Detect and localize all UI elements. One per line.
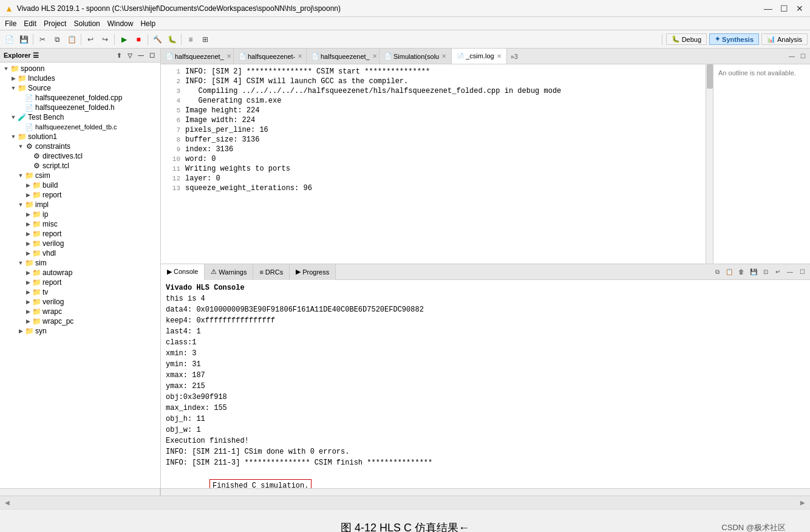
log-scrollbar[interactable]: [706, 64, 713, 264]
tab-close-5[interactable]: ✕: [497, 53, 502, 60]
toolbar-copy[interactable]: ⧉: [50, 33, 64, 46]
menu-file[interactable]: File: [5, 19, 16, 28]
console-clear-icon[interactable]: 🗑: [736, 267, 747, 278]
toolbar-cut[interactable]: ✂: [36, 33, 49, 46]
toolbar-stop[interactable]: ■: [132, 33, 145, 46]
tree-item-csim-report[interactable]: ▶ 📁 report: [0, 190, 160, 200]
log-content[interactable]: 1 INFO: [SIM 2] *************** CSIM sta…: [161, 64, 706, 264]
console-wrap-icon[interactable]: ↵: [772, 267, 783, 278]
tab-max-icon[interactable]: ☐: [798, 52, 808, 61]
toolbar-save[interactable]: 💾: [17, 33, 30, 46]
tab-halfsqueeze1[interactable]: 📄 halfsqueezenet_ ✕: [161, 49, 234, 64]
toolbar-run[interactable]: ▶: [117, 33, 131, 46]
tree-item-impl-report[interactable]: ▶ 📁 report: [0, 229, 160, 239]
explorer-tree: ▼ 📁 spoonn ▶ 📁 Includes ▼ 📁 Source: [0, 63, 160, 488]
menu-edit[interactable]: Edit: [24, 19, 36, 28]
explorer-scroll-h[interactable]: [0, 488, 160, 496]
tree-item-wrapc-pc[interactable]: ▶ 📁 wrapc_pc: [0, 316, 160, 326]
toolbar-sim[interactable]: ≡: [184, 33, 197, 46]
tree-item-autowrap[interactable]: ▶ 📁 autowrap: [0, 268, 160, 278]
console-tab-progress[interactable]: ▶ Progress: [290, 264, 336, 280]
synthesis-button[interactable]: ✦ Synthesis: [709, 33, 759, 45]
tree-item-tv[interactable]: ▶ 📁 tv: [0, 287, 160, 297]
menu-help[interactable]: Help: [140, 19, 155, 28]
tree-item-tb[interactable]: 📄 halfsqueezenet_folded_tb.c: [0, 122, 160, 132]
minimize-button[interactable]: —: [763, 3, 774, 14]
toolbar-debug[interactable]: 🐛: [165, 33, 179, 46]
toolbar-build[interactable]: 🔨: [151, 33, 164, 46]
folder-icon-autowrap: 📁: [32, 268, 41, 277]
tree-label-csim: csim: [35, 171, 50, 180]
console-min-icon[interactable]: —: [784, 267, 795, 278]
console-tab-drcs[interactable]: ≡ DRCs: [253, 264, 290, 280]
menu-window[interactable]: Window: [107, 19, 134, 28]
console-save-icon[interactable]: 💾: [748, 267, 759, 278]
toolbar-paste[interactable]: 📋: [65, 33, 78, 46]
tree-item-sim-verilog[interactable]: ▶ 📁 verilog: [0, 297, 160, 307]
tab-min-icon[interactable]: —: [787, 52, 797, 61]
tree-item-syn[interactable]: ▶ 📁 syn: [0, 326, 160, 336]
tab-close-1[interactable]: ✕: [226, 53, 231, 60]
tab-halfsqueeze2[interactable]: 📄 halfsqueezenet- ✕: [234, 49, 307, 64]
tree-item-testbench[interactable]: ▼ 🧪 Test Bench: [0, 112, 160, 122]
menu-solution[interactable]: Solution: [73, 19, 100, 28]
tab-close-2[interactable]: ✕: [298, 53, 302, 60]
tree-item-impl[interactable]: ▼ 📁 impl: [0, 200, 160, 210]
console-filter-icon[interactable]: ⊡: [760, 267, 771, 278]
tree-item-script[interactable]: ⚙ script.tcl: [0, 161, 160, 171]
tree-label-csim-report: report: [43, 191, 61, 199]
tree-item-sim-report[interactable]: ▶ 📁 report: [0, 278, 160, 287]
menu-project[interactable]: Project: [44, 19, 66, 28]
tree-item-source[interactable]: ▼ 📁 Source: [0, 83, 160, 93]
analysis-button[interactable]: 📊 Analysis: [761, 33, 808, 45]
tree-item-sim[interactable]: ▼ 📁 sim: [0, 258, 160, 268]
explorer-min-icon[interactable]: —: [136, 50, 146, 60]
console-tab-warnings[interactable]: ⚠ Warnings: [205, 264, 253, 280]
tree-arrow-solution1: ▼: [10, 134, 17, 140]
tree-item-wrapc[interactable]: ▶ 📁 wrapc: [0, 307, 160, 316]
tree-item-verilog[interactable]: ▶ 📁 verilog: [0, 239, 160, 248]
tree-arrow-syn: ▶: [17, 328, 24, 334]
toolbar-redo[interactable]: ↪: [98, 33, 112, 46]
maximize-button[interactable]: ☐: [778, 3, 789, 14]
editor-scroll-h[interactable]: [161, 488, 810, 496]
tab-simulation[interactable]: 📄 Simulation(solu ✕: [379, 49, 452, 64]
tree-item-csim[interactable]: ▼ 📁 csim: [0, 171, 160, 180]
toolbar-undo[interactable]: ↩: [84, 33, 97, 46]
console-paste-icon[interactable]: 📋: [724, 267, 735, 278]
tree-item-cpp[interactable]: 📄 halfsqueezenet_folded.cpp: [0, 93, 160, 103]
finished-box: Finished C simulation.: [209, 479, 311, 488]
tab-csim-log[interactable]: 📄 _csim.log ✕: [452, 49, 506, 64]
file-icon-tb: 📄: [24, 123, 34, 131]
tree-item-misc[interactable]: ▶ 📁 misc: [0, 219, 160, 229]
explorer-collapse-icon[interactable]: ⬆: [114, 50, 124, 60]
explorer-max-icon[interactable]: ☐: [147, 50, 157, 60]
tree-item-directives[interactable]: ⚙ directives.tcl: [0, 151, 160, 161]
explorer-menu-icon[interactable]: ▽: [125, 50, 135, 60]
tree-item-includes[interactable]: ▶ 📁 Includes: [0, 73, 160, 83]
debug-button[interactable]: 🐛 Debug: [666, 33, 707, 45]
tree-item-build[interactable]: ▶ 📁 build: [0, 180, 160, 190]
folder-icon-vhdl: 📁: [32, 249, 41, 257]
tab-close-3[interactable]: ✕: [372, 53, 377, 60]
close-button[interactable]: ✕: [794, 3, 805, 14]
tree-label-testbench: Test Bench: [28, 113, 64, 121]
tree-arrow-tv: ▶: [24, 289, 32, 295]
log-scrollbar-thumb[interactable]: [707, 64, 713, 89]
tree-arrow-csim-report: ▶: [24, 192, 32, 198]
tree-item-ip[interactable]: ▶ 📁 ip: [0, 210, 160, 219]
tree-item-solution1[interactable]: ▼ 📁 solution1: [0, 132, 160, 142]
console-tab-console[interactable]: ▶ Console: [161, 264, 205, 280]
tree-item-h[interactable]: 📄 halfsqueezenet_folded.h: [0, 103, 160, 112]
tab-close-4[interactable]: ✕: [441, 53, 446, 60]
tab-halfsqueeze3[interactable]: 📄 halfsqueezenet_ ✕: [307, 49, 379, 64]
console-content[interactable]: Vivado HLS Console this is 4 data4: 0x01…: [161, 280, 810, 488]
tree-item-spoonn[interactable]: ▼ 📁 spoonn: [0, 64, 160, 73]
tree-item-constraints[interactable]: ▼ ⚙ constraints: [0, 142, 160, 151]
console-max-icon[interactable]: ☐: [797, 267, 808, 278]
tab-overflow[interactable]: »3: [507, 51, 522, 62]
console-copy-icon[interactable]: ⧉: [712, 267, 723, 278]
tree-item-vhdl[interactable]: ▶ 📁 vhdl: [0, 248, 160, 258]
toolbar-export[interactable]: ⊞: [199, 33, 212, 46]
toolbar-new[interactable]: 📄: [2, 33, 16, 46]
